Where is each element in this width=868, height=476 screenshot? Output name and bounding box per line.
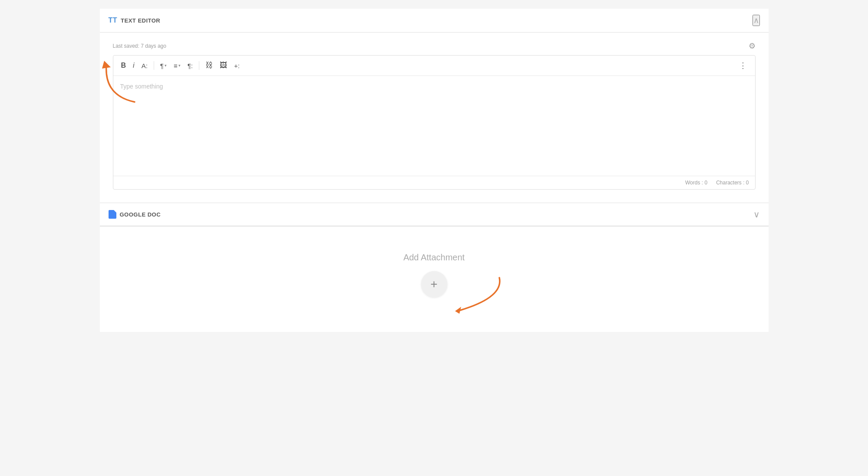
editor-box: B i A: ¶ ▾ ≡ ▾ ¶: ⛓ 🖼 +: ⋮	[113, 55, 756, 190]
add-attachment-wrapper: +	[421, 271, 447, 297]
text-editor-title: Tt TEXT EDITOR	[109, 16, 161, 24]
text-editor-header: Tt TEXT EDITOR ∧	[100, 9, 769, 33]
link-button[interactable]: ⛓	[203, 59, 215, 72]
align-icon: ≡	[174, 62, 178, 69]
editor-placeholder: Type something	[120, 83, 163, 90]
overflow-menu-button[interactable]: ⋮	[736, 59, 750, 72]
block-button[interactable]: ¶:	[185, 60, 195, 71]
last-saved-bar: Last saved: 7 days ago ⚙	[113, 41, 756, 51]
text-editor-icon: Tt	[109, 16, 118, 24]
italic-button[interactable]: i	[130, 60, 137, 71]
align-button[interactable]: ≡ ▾	[171, 60, 183, 71]
google-doc-section: GOOGLE DOC ∨	[100, 203, 769, 226]
paragraph-icon: ¶	[160, 62, 164, 69]
svg-marker-1	[455, 307, 461, 314]
google-doc-title: GOOGLE DOC	[109, 210, 161, 219]
attachment-title: Add Attachment	[403, 253, 465, 263]
align-dropdown-arrow: ▾	[178, 63, 181, 68]
collapse-button[interactable]: ∧	[752, 15, 760, 26]
paragraph-button[interactable]: ¶ ▾	[158, 60, 169, 71]
svg-marker-0	[102, 61, 111, 69]
settings-gear-button[interactable]: ⚙	[749, 41, 756, 51]
google-doc-expand-button[interactable]: ∨	[753, 209, 760, 220]
last-saved-text: Last saved: 7 days ago	[113, 43, 166, 49]
google-doc-header: GOOGLE DOC ∨	[100, 203, 769, 226]
toolbar-separator-1	[154, 61, 154, 70]
editor-content-area[interactable]: Type something	[113, 76, 755, 176]
add-attachment-button[interactable]: +	[421, 271, 447, 297]
paragraph-dropdown-arrow: ▾	[165, 63, 167, 68]
editor-body: Last saved: 7 days ago ⚙ B i A: ¶ ▾ ≡ ▾ …	[100, 33, 769, 203]
attachment-section: Add Attachment +	[100, 227, 769, 332]
word-count: Words : 0	[685, 180, 707, 186]
annotation-arrow-bottom	[447, 276, 504, 315]
google-doc-icon	[109, 210, 116, 219]
image-button[interactable]: 🖼	[217, 59, 230, 72]
editor-toolbar: B i A: ¶ ▾ ≡ ▾ ¶: ⛓ 🖼 +: ⋮	[113, 56, 755, 76]
toolbar-separator-2	[199, 61, 199, 70]
character-count: Characters : 0	[716, 180, 749, 186]
font-size-button[interactable]: A:	[139, 60, 150, 71]
google-doc-label: GOOGLE DOC	[120, 211, 161, 218]
more-button[interactable]: +:	[231, 60, 242, 71]
text-editor-label: TEXT EDITOR	[121, 17, 160, 24]
bold-button[interactable]: B	[119, 60, 129, 71]
editor-footer: Words : 0 Characters : 0	[113, 176, 755, 189]
